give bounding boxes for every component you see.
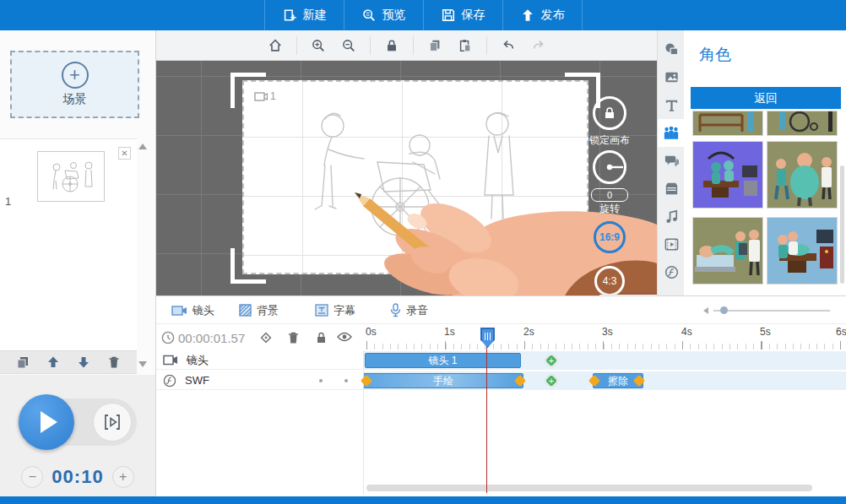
clock-icon <box>161 331 175 344</box>
play-from-current-button[interactable] <box>93 403 132 442</box>
copy-icon[interactable] <box>427 38 442 53</box>
ruler-tick-2s: 2s <box>523 326 534 338</box>
timeline-ruler[interactable]: 0s 1s 2s 3s 4s 5s 6s <box>363 324 846 350</box>
lock-objects-icon[interactable] <box>384 38 399 53</box>
swf-track-lane[interactable]: 手绘 + 擦除 <box>363 371 846 390</box>
current-time: 00:00:01.57 <box>178 331 245 345</box>
swf-option-dot-1[interactable] <box>319 379 323 382</box>
publish-button[interactable]: 发布 <box>502 0 583 30</box>
character-thumbnail-hospital-bed[interactable] <box>692 111 763 136</box>
canvas-toolbar <box>156 30 657 61</box>
duration-increase-button[interactable]: + <box>112 466 134 488</box>
play-button[interactable] <box>19 394 74 450</box>
zoom-slider-thumb[interactable] <box>720 306 728 314</box>
publish-icon <box>520 8 535 23</box>
canvas-workspace[interactable]: 1 <box>156 61 657 295</box>
text-icon <box>664 97 680 113</box>
scene-thumbnail[interactable] <box>37 151 105 202</box>
rotate-dial[interactable] <box>593 150 626 184</box>
scene-duration-value: 00:10 <box>52 466 103 488</box>
rotate-label: 旋转 <box>580 202 639 216</box>
tab-subtitle[interactable]: 字幕 <box>315 296 355 324</box>
new-file-icon <box>282 8 297 23</box>
character-thumbnail-operating-room[interactable] <box>767 217 838 285</box>
delete-clip-icon[interactable] <box>287 331 300 344</box>
delete-scene-icon[interactable] <box>107 355 121 369</box>
redo-icon[interactable] <box>531 38 546 53</box>
add-scene-button[interactable]: + 场景 <box>10 51 139 118</box>
scene-number: 1 <box>5 195 11 208</box>
timeline-zoom-slider <box>703 306 838 315</box>
tab-background[interactable]: 背景 <box>239 296 279 324</box>
characters-scrollbar[interactable] <box>840 165 844 284</box>
camera-bracket-top-left <box>230 73 266 108</box>
tab-record[interactable]: 录音 <box>390 296 428 324</box>
swf-option-dot-2[interactable] <box>344 379 348 382</box>
rotation-value[interactable]: 0 <box>591 188 628 202</box>
tab-camera[interactable]: 镜头 <box>171 296 214 324</box>
preview-button[interactable]: 预览 <box>344 0 423 30</box>
tab-props[interactable] <box>658 175 685 203</box>
duplicate-scene-icon[interactable] <box>16 355 30 369</box>
paste-icon[interactable] <box>458 38 473 53</box>
tab-shapes[interactable] <box>658 35 685 63</box>
lock-track-icon[interactable] <box>315 331 328 344</box>
save-button[interactable]: 保存 <box>423 0 502 30</box>
back-button[interactable]: 返回 <box>691 87 841 109</box>
character-thumbnail-wheelchair[interactable] <box>767 111 838 136</box>
move-scene-up-icon[interactable] <box>46 355 60 369</box>
tab-video[interactable] <box>658 230 685 258</box>
character-thumbnail-overweight-patient[interactable] <box>767 141 838 209</box>
ruler-tick-marks <box>363 341 846 350</box>
scene-list: 1 ✕ <box>0 138 137 350</box>
scenes-scroll-up-icon[interactable] <box>138 144 147 149</box>
lock-icon <box>603 106 616 120</box>
zoom-slider-track[interactable] <box>713 310 830 312</box>
zoom-slider-left-icon[interactable] <box>703 307 708 314</box>
keyframe-icon[interactable] <box>259 331 273 344</box>
animation-editor-window: 新建 预览 保存 发布 + 场景 1 <box>0 0 846 504</box>
camera-clip-1[interactable]: 镜头 1 <box>365 353 521 368</box>
timeline-horizontal-scrollbar[interactable] <box>366 485 812 491</box>
swf-add-keyframe-button[interactable]: + <box>545 374 559 388</box>
ratio-4-3-button[interactable]: 4:3 <box>594 266 625 295</box>
home-icon[interactable] <box>268 38 283 53</box>
camera-track-header[interactable]: 镜头 <box>156 351 363 370</box>
background-tab-icon <box>239 304 252 317</box>
tab-dialog[interactable] <box>658 147 685 175</box>
character-thumbnail-xray-diagnosis[interactable] <box>692 217 763 285</box>
zoom-in-icon[interactable] <box>311 38 326 53</box>
microphone-tab-icon <box>390 303 401 317</box>
tab-images[interactable] <box>658 63 685 91</box>
publish-button-label: 发布 <box>541 8 565 23</box>
new-button[interactable]: 新建 <box>264 0 344 30</box>
shapes-icon <box>664 41 680 57</box>
scene-close-button[interactable]: ✕ <box>118 147 131 160</box>
lock-canvas-button[interactable] <box>593 96 626 130</box>
top-action-bar: 新建 预览 保存 发布 <box>0 0 846 30</box>
swf-clip-draw[interactable]: 手绘 <box>363 373 523 388</box>
bottom-status-bar <box>0 496 846 504</box>
zoom-out-icon[interactable] <box>341 38 356 53</box>
tab-subtitle-label: 字幕 <box>334 303 355 318</box>
swf-track-header[interactable]: SWF <box>156 371 363 390</box>
tab-background-label: 背景 <box>257 303 279 318</box>
tab-music[interactable] <box>658 203 685 230</box>
undo-icon[interactable] <box>501 38 516 53</box>
duration-decrease-button[interactable]: − <box>21 466 43 488</box>
tab-flash[interactable] <box>658 258 685 286</box>
camera-add-keyframe-button[interactable]: + <box>545 354 559 368</box>
tab-camera-label: 镜头 <box>193 303 214 318</box>
play-in-frame-icon <box>103 413 122 431</box>
tab-text[interactable] <box>658 91 685 119</box>
scenes-scroll-down-icon[interactable] <box>138 361 147 367</box>
characters-icon <box>663 125 680 141</box>
move-scene-down-icon[interactable] <box>77 355 90 369</box>
ratio-16-9-button[interactable]: 16:9 <box>594 221 626 253</box>
new-button-label: 新建 <box>303 8 327 23</box>
visibility-icon[interactable] <box>337 331 352 343</box>
camera-track-lane[interactable]: 镜头 1 + <box>363 351 846 370</box>
tab-characters[interactable] <box>658 119 685 147</box>
character-thumbnail-surgery[interactable] <box>692 141 763 209</box>
scenes-panel: + 场景 1 ✕ <box>0 30 156 496</box>
